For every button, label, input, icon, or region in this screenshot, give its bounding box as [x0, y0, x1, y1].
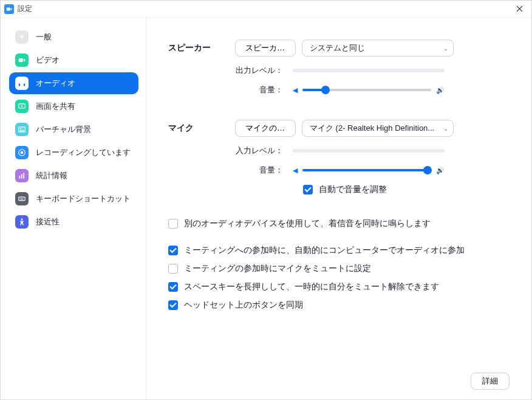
ring-separate-checkbox[interactable] [168, 219, 178, 229]
mic-device-select[interactable]: マイク (2- Realtek High Definition... ⌄ [302, 120, 454, 137]
speaker-volume-slider[interactable] [302, 89, 431, 91]
svg-point-7 [20, 128, 21, 129]
svg-rect-12 [23, 173, 24, 178]
chevron-down-icon: ⌄ [443, 125, 448, 132]
auto-adjust-label: 自動で音量を調整 [319, 184, 387, 195]
sidebar-item-shortcuts[interactable]: キーボードショートカット [9, 188, 138, 210]
image-icon [15, 123, 29, 136]
share-icon [15, 100, 29, 113]
speaker-max-icon: 🔊 [436, 86, 445, 94]
sync-headset-label: ヘッドセット上のボタンを同期 [184, 300, 303, 311]
advanced-button[interactable]: 詳細 [471, 373, 510, 390]
record-icon [15, 146, 29, 159]
auto-join-audio-label: ミーティングへの参加時に、自動的にコンピューターでオーディオに参加 [184, 245, 465, 256]
svg-rect-15 [21, 198, 22, 199]
sidebar-item-label: 接近性 [36, 216, 60, 227]
svg-rect-2 [19, 58, 23, 62]
keyboard-icon [15, 192, 29, 205]
accessibility-icon [15, 215, 29, 229]
svg-rect-14 [20, 198, 21, 199]
app-icon [4, 4, 14, 14]
sidebar: 一般 ビデオ オーディオ 画面を共有 バーチャル背景 レコーディングしています … [1, 18, 146, 399]
svg-rect-4 [24, 84, 25, 86]
sidebar-item-label: 統計情報 [36, 170, 67, 181]
mic-min-icon: ◀ [293, 167, 298, 174]
speaker-device-value: システムと同じ [310, 43, 365, 53]
svg-rect-10 [19, 176, 20, 179]
svg-rect-17 [21, 199, 24, 200]
output-level-label: 出力レベル： [168, 65, 293, 76]
speaker-device-select[interactable]: システムと同じ ⌄ [302, 40, 454, 57]
ring-separate-label: 別のオーディオデバイスを使用して、着信音を同時に鳴らします [184, 218, 431, 229]
auto-join-audio-checkbox[interactable] [168, 246, 178, 255]
mic-volume-slider[interactable] [302, 169, 431, 171]
headphones-icon [15, 77, 29, 90]
window-title: 設定 [18, 4, 32, 14]
sync-headset-checkbox[interactable] [168, 300, 178, 310]
video-icon [15, 53, 29, 67]
sidebar-item-label: 一般 [36, 32, 52, 43]
stats-icon [15, 169, 29, 182]
sidebar-item-label: オーディオ [36, 78, 75, 89]
input-level-label: 入力レベル： [168, 145, 293, 156]
test-speaker-button[interactable]: スピーカー... [235, 40, 296, 57]
mute-on-join-label: ミーティングの参加時にマイクをミュートに設定 [184, 263, 371, 274]
mute-on-join-checkbox[interactable] [168, 264, 178, 274]
speaker-section: スピーカー スピーカー... システムと同じ ⌄ 出力レベル： 音量： ◀ [168, 40, 510, 104]
gear-icon [15, 30, 29, 44]
output-level-meter [293, 69, 445, 72]
sidebar-item-general[interactable]: 一般 [9, 26, 138, 48]
titlebar: 設定 [1, 1, 531, 18]
svg-point-9 [21, 151, 24, 154]
sidebar-item-share-screen[interactable]: 画面を共有 [9, 95, 138, 117]
sidebar-item-audio[interactable]: オーディオ [9, 72, 138, 94]
sidebar-item-label: ビデオ [36, 55, 60, 66]
push-to-talk-checkbox[interactable] [168, 282, 178, 292]
sidebar-item-label: レコーディングしています [36, 147, 131, 158]
main-panel: スピーカー スピーカー... システムと同じ ⌄ 出力レベル： 音量： ◀ [146, 18, 531, 399]
speaker-volume-label: 音量： [168, 84, 293, 95]
sidebar-item-stats[interactable]: 統計情報 [9, 165, 138, 187]
mic-section: マイク マイクのテ... マイク (2- Realtek High Defini… [168, 120, 510, 202]
sidebar-item-recording[interactable]: レコーディングしています [9, 142, 138, 164]
sidebar-item-label: 画面を共有 [36, 101, 75, 112]
speaker-label: スピーカー [168, 43, 235, 53]
mic-max-icon: 🔊 [436, 167, 445, 174]
auto-adjust-checkbox[interactable] [303, 185, 313, 195]
svg-point-18 [21, 218, 23, 220]
sidebar-item-video[interactable]: ビデオ [9, 49, 138, 71]
mic-label: マイク [168, 123, 235, 134]
input-level-meter [293, 149, 445, 153]
chevron-down-icon: ⌄ [443, 45, 448, 52]
speaker-min-icon: ◀ [293, 86, 298, 94]
sidebar-item-label: キーボードショートカット [36, 193, 131, 204]
svg-rect-16 [22, 198, 23, 199]
push-to-talk-label: スペースキーを長押しして、一時的に自分をミュート解除できます [184, 281, 439, 292]
sidebar-item-label: バーチャル背景 [36, 124, 91, 135]
close-button[interactable] [512, 2, 527, 16]
svg-rect-3 [19, 84, 20, 86]
svg-rect-0 [7, 7, 10, 10]
test-mic-button[interactable]: マイクのテ... [235, 120, 296, 137]
svg-rect-11 [21, 174, 22, 179]
mic-device-value: マイク (2- Realtek High Definition... [310, 123, 434, 134]
mic-volume-label: 音量： [168, 165, 293, 176]
sidebar-item-accessibility[interactable]: 接近性 [9, 211, 138, 233]
sidebar-item-virtual-bg[interactable]: バーチャル背景 [9, 119, 138, 140]
